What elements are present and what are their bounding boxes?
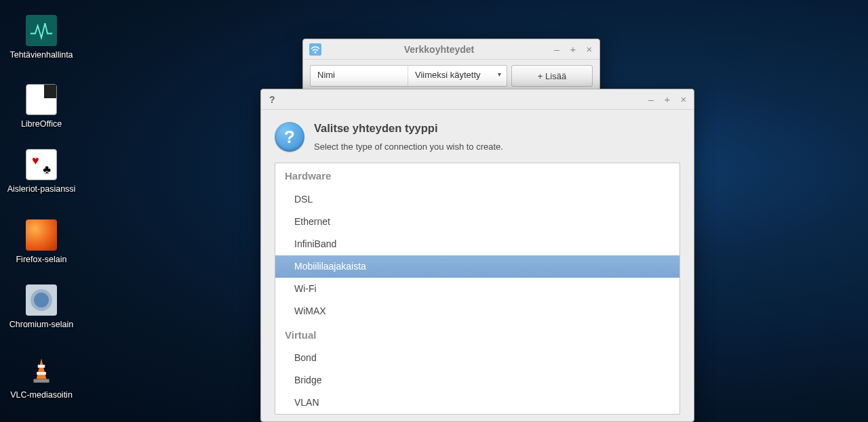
desktop-icon-vlc[interactable]: VLC-mediasoitin [4, 355, 79, 400]
desktop-icon-firefox[interactable]: Firefox-selain [4, 219, 79, 265]
vlc-cone-icon [26, 355, 57, 386]
minimize-button[interactable]: – [552, 45, 561, 54]
window-connection-type-dialog: ? – + × ? Valitse yhteyden tyyppi Select… [260, 89, 694, 422]
minimize-button[interactable]: – [646, 95, 656, 104]
titlebar[interactable]: Verkkoyhteydet – + × [303, 39, 599, 60]
question-icon: ? [275, 122, 304, 152]
dialog-subtext: Select the type of connection you wish t… [314, 142, 503, 152]
firefox-icon [26, 219, 57, 251]
desktop-icon-libreoffice[interactable]: LibreOffice [4, 84, 79, 129]
dialog-heading: Valitse yhteyden tyyppi [314, 122, 503, 135]
maximize-button[interactable]: + [663, 95, 672, 104]
window-title: ? [267, 94, 646, 105]
close-button[interactable]: × [679, 95, 688, 104]
libreoffice-icon [26, 84, 57, 115]
desktop-icon-label: Firefox-selain [4, 255, 79, 265]
svg-marker-0 [37, 358, 47, 379]
desktop-icon-aisleriot[interactable]: Aisleriot-pasianssi [4, 149, 79, 194]
desktop-icon-task-manager[interactable]: Tehtävienhallinta [4, 15, 79, 60]
desktop-icon-chromium[interactable]: Chromium-selain [4, 284, 79, 330]
connection-type-item[interactable]: Mobiililaajakaista [275, 255, 679, 278]
add-connection-button[interactable]: + Lisää [511, 65, 593, 87]
connection-type-group: Virtual [275, 322, 679, 347]
wifi-app-icon [309, 43, 322, 56]
desktop-icon-label: Chromium-selain [4, 320, 79, 330]
connection-type-item[interactable]: Ethernet [275, 211, 679, 233]
connection-type-item[interactable]: Bond [275, 347, 679, 369]
connection-type-group: Hardware [275, 163, 679, 188]
connection-type-item[interactable]: DSL [275, 188, 679, 211]
column-name[interactable]: Nimi [311, 66, 408, 86]
monitor-icon [26, 15, 57, 46]
connection-type-list: HardwareDSLEthernetInfiniBandMobiililaaj… [275, 163, 680, 415]
svg-point-5 [315, 51, 317, 54]
column-last-used[interactable]: Viimeksi käytetty [408, 66, 507, 86]
connection-type-item[interactable]: VLAN [275, 392, 679, 414]
svg-rect-1 [38, 365, 45, 368]
svg-rect-3 [33, 379, 49, 383]
connection-type-item[interactable]: Bridge [275, 369, 679, 392]
connection-type-item[interactable]: WiMAX [275, 300, 679, 322]
close-button[interactable]: × [585, 45, 594, 54]
connections-table-header: Nimi Viimeksi käytetty [310, 65, 507, 87]
desktop-icon-label: Tehtävienhallinta [4, 50, 79, 60]
titlebar[interactable]: ? – + × [261, 89, 694, 110]
desktop-icon-label: Aisleriot-pasianssi [4, 184, 79, 194]
connection-type-item[interactable]: InfiniBand [275, 233, 679, 255]
desktop-icon-label: LibreOffice [4, 119, 79, 129]
chromium-icon [26, 284, 57, 316]
desktop-icon-label: VLC-mediasoitin [4, 390, 79, 400]
window-title: Verkkoyhteydet [326, 44, 552, 55]
maximize-button[interactable]: + [568, 45, 578, 54]
connection-type-item[interactable]: Wi-Fi [275, 278, 679, 300]
svg-rect-2 [37, 372, 46, 375]
cards-icon [26, 149, 57, 180]
